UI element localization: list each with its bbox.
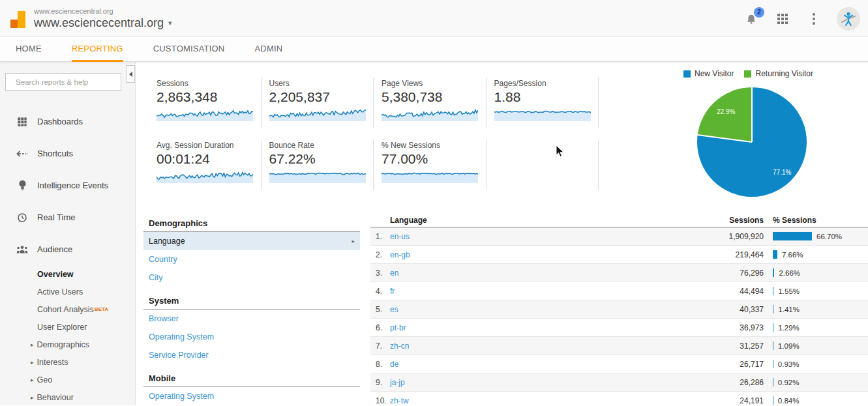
row-rank: 3. [376, 268, 390, 278]
pct-value: 66.70% [816, 233, 842, 240]
sidebar-subitem-active-users[interactable]: Active Users [0, 283, 135, 300]
sidebar-subitem-label: Behaviour [37, 393, 74, 402]
language-link[interactable]: en-gb [390, 250, 692, 259]
scorecard-sessions[interactable]: Sessions 2,863,348 [149, 78, 262, 128]
nav-tab-label: REPORTING [72, 44, 123, 53]
sidebar-item-label: Shortcuts [37, 149, 73, 158]
more-options-button[interactable] [805, 10, 822, 27]
apps-button[interactable] [774, 10, 791, 27]
nav-tab-customisation[interactable]: CUSTOMISATION [153, 37, 225, 62]
pct-bar [773, 341, 773, 350]
row-rank: 1. [376, 232, 390, 241]
sidebar: Dashboards Shortcuts Intelligence Events… [0, 62, 136, 405]
nav-tab-admin[interactable]: ADMIN [254, 37, 282, 62]
sessions-value: 31,257 [692, 341, 764, 351]
menu-item-city[interactable]: City [143, 268, 360, 287]
search-input[interactable] [16, 78, 116, 86]
sidebar-subitem-interests[interactable]: ▸ Interests [0, 353, 135, 371]
table-row: 10. zh-tw 24,191 0.84% [370, 392, 868, 405]
table-row: 9. ja-jp 26,286 0.92% [370, 373, 868, 392]
pie-divider [698, 134, 753, 143]
menu-item-language[interactable]: Language ▸ [143, 232, 360, 250]
menu-item-operating-system[interactable]: Operating System [143, 328, 360, 346]
language-link[interactable]: en [390, 268, 692, 278]
language-link[interactable]: ja-jp [390, 378, 692, 387]
pct-bar [773, 305, 773, 313]
row-rank: 6. [376, 323, 390, 332]
scorecard-avg-session-duration[interactable]: Avg. Session Duration 00:01:24 [149, 139, 262, 190]
scorecard-bounce-rate[interactable]: Bounce Rate 67.22% [262, 139, 374, 190]
col-header-language[interactable]: Language [390, 216, 708, 225]
sidebar-item-audience[interactable]: Audience [0, 233, 135, 265]
sidebar-subitem-cohort-analysis[interactable]: Cohort Analysis BETA [0, 300, 135, 318]
row-rank: 4. [376, 287, 390, 296]
property-title[interactable]: www.esciencecentral.org [34, 16, 164, 30]
table-row: 1. en-us 1,909,920 66.70% [370, 227, 868, 246]
language-link[interactable]: de [390, 360, 692, 369]
nav-tab-reporting[interactable]: REPORTING [72, 37, 123, 62]
pct-value: 2.66% [779, 269, 800, 277]
sidebar-item-dashboards[interactable]: Dashboards [0, 106, 135, 138]
sidebar-item-intelligence-events[interactable]: Intelligence Events [0, 169, 135, 201]
sidebar-item-shortcuts[interactable]: Shortcuts [0, 138, 135, 169]
scorecard-pages-session[interactable]: Pages/Session 1.88 [486, 78, 599, 128]
expand-arrow-icon: ▸ [31, 341, 34, 348]
metric-value: 67.22% [269, 151, 366, 167]
nav-tab-home[interactable]: HOME [16, 37, 42, 62]
property-selector[interactable]: www.esciencecentral.org ▾ [34, 16, 172, 30]
intelligence-icon [16, 180, 29, 191]
language-link[interactable]: es [390, 305, 692, 314]
legend-item-returning-visitor[interactable]: Returning Visitor [744, 69, 813, 78]
language-link[interactable]: pt-br [390, 323, 692, 332]
menu-item-operating-system[interactable]: Operating System [143, 387, 360, 405]
scorecard-users[interactable]: Users 2,205,837 [262, 78, 374, 128]
pct-bar [773, 232, 812, 240]
menu-item-browser[interactable]: Browser [143, 310, 360, 328]
collapse-left-icon [129, 72, 132, 77]
col-header-pct-sessions[interactable]: % Sessions [764, 216, 868, 225]
expand-arrow-icon: ▸ [31, 359, 34, 366]
legend-swatch-icon [744, 70, 751, 78]
table-row: 8. de 26,717 0.93% [370, 355, 868, 373]
pct-bar [773, 396, 773, 405]
sidebar-subitem-overview[interactable]: Overview [0, 265, 135, 283]
language-link[interactable]: fr [390, 287, 692, 296]
legend-item-new-visitor[interactable]: New Visitor [683, 69, 734, 78]
metric-label: Users [269, 79, 366, 88]
scorecard--new-sessions[interactable]: % New Sessions 77.00% [374, 139, 486, 190]
menu-section-system: System Browser Operating System Service … [143, 293, 360, 364]
visitor-pie-chart[interactable]: 22.9% 77.1% [697, 87, 807, 197]
menu-section-mobile: Mobile Operating System Service Provider [143, 371, 360, 405]
user-avatar[interactable] [837, 7, 860, 31]
sidebar-collapse-button[interactable] [126, 65, 135, 83]
sidebar-subitem-geo[interactable]: ▸ Geo [0, 371, 135, 388]
scorecard-page-views[interactable]: Page Views 5,380,738 [374, 78, 486, 128]
expand-arrow-icon: ▸ [31, 377, 34, 383]
menu-item-service-provider[interactable]: Service Provider [143, 346, 360, 364]
menu-item-label: Country [149, 250, 355, 268]
sidebar-subitem-behaviour[interactable]: ▸ Behaviour [0, 388, 135, 405]
sidebar-subitem-demographics[interactable]: ▸ Demographics [0, 336, 135, 353]
sparkline-chart [382, 169, 478, 183]
row-rank: 2. [376, 250, 390, 259]
sessions-value: 26,717 [692, 360, 764, 369]
row-rank: 9. [376, 378, 390, 387]
language-link[interactable]: zh-tw [390, 396, 692, 405]
sidebar-subitem-user-explorer[interactable]: User Explorer [0, 318, 135, 336]
sidebar-subitem-label: User Explorer [37, 323, 87, 332]
legend-label: Returning Visitor [755, 69, 813, 78]
notification-badge: 2 [754, 7, 764, 18]
pct-value: 1.55% [778, 287, 800, 295]
search-box[interactable] [5, 73, 121, 91]
notifications-button[interactable]: 2 [743, 10, 760, 27]
sidebar-item-real-time[interactable]: Real Time [0, 201, 135, 233]
language-link[interactable]: en-us [390, 232, 692, 241]
sessions-value: 1,909,920 [692, 232, 764, 241]
metric-label: Pages/Session [494, 79, 591, 88]
logo-bar-tall [18, 11, 25, 28]
col-header-sessions[interactable]: Sessions [708, 216, 764, 225]
menu-item-label: Browser [149, 310, 355, 328]
menu-section-title: Demographics [143, 216, 360, 232]
language-link[interactable]: zh-cn [390, 341, 692, 351]
menu-item-country[interactable]: Country [143, 250, 360, 268]
